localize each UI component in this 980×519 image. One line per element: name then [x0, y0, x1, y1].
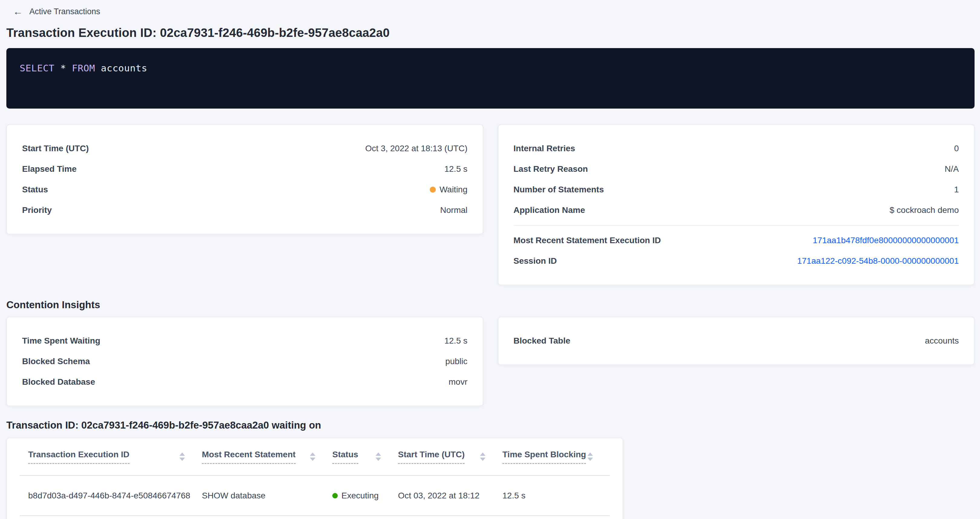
- column-header-start-time[interactable]: Start Time (UTC): [398, 450, 503, 464]
- table-header-row: Transaction Execution ID Most Recent Sta…: [20, 438, 610, 476]
- application-name-row: Application Name $ cockroach demo: [514, 200, 959, 221]
- elapsed-time-row: Elapsed Time 12.5 s: [22, 159, 468, 179]
- last-retry-reason-value: N/A: [945, 164, 959, 174]
- column-label: Transaction Execution ID: [28, 450, 129, 464]
- statement-execution-id-label: Most Recent Statement Execution ID: [514, 236, 661, 245]
- status-executing-dot-icon: [332, 493, 338, 498]
- waiting-on-heading: Transaction ID: 02ca7931-f246-469b-b2fe-…: [6, 419, 975, 431]
- session-id-row: Session ID 171aa122-c092-54b8-0000-00000…: [514, 251, 959, 271]
- contention-right-card: Blocked Table accounts: [498, 317, 975, 365]
- column-label: Most Recent Statement: [202, 450, 296, 464]
- time-spent-waiting-label: Time Spent Waiting: [22, 336, 100, 346]
- internal-retries-row: Internal Retries 0: [514, 138, 959, 159]
- start-time-row: Start Time (UTC) Oct 3, 2022 at 18:13 (U…: [22, 138, 468, 159]
- blocked-table-value: accounts: [925, 336, 959, 346]
- blocked-schema-label: Blocked Schema: [22, 357, 90, 366]
- last-retry-reason-row: Last Retry Reason N/A: [514, 159, 959, 179]
- status-waiting-dot-icon: [430, 187, 436, 193]
- priority-label: Priority: [22, 205, 52, 215]
- application-name-label: Application Name: [514, 205, 585, 215]
- cell-status: Executing: [332, 491, 398, 500]
- number-of-statements-row: Number of Statements 1: [514, 179, 959, 200]
- internal-retries-label: Internal Retries: [514, 144, 575, 153]
- table-row: b8d7d03a-d497-446b-8474-e50846674768 SHO…: [20, 476, 610, 516]
- internal-retries-value: 0: [954, 144, 959, 153]
- sql-keyword-select: SELECT: [20, 63, 54, 73]
- time-spent-waiting-value: 12.5 s: [444, 336, 467, 346]
- start-time-value: Oct 3, 2022 at 18:13 (UTC): [365, 144, 468, 153]
- cell-most-recent-statement: SHOW database: [202, 491, 332, 500]
- cell-transaction-execution-id: b8d7d03a-d497-446b-8474-e50846674768: [20, 491, 202, 500]
- sql-keyword-from: FROM: [72, 63, 95, 73]
- execution-summary-card: Start Time (UTC) Oct 3, 2022 at 18:13 (U…: [6, 124, 483, 234]
- statement-execution-id-row: Most Recent Statement Execution ID 171aa…: [514, 230, 959, 251]
- session-id-label: Session ID: [514, 256, 557, 266]
- elapsed-time-label: Elapsed Time: [22, 164, 76, 174]
- sort-icon[interactable]: [587, 452, 593, 461]
- sql-identifier: accounts: [101, 63, 147, 73]
- sql-statement: SELECT * FROM accounts: [20, 63, 961, 73]
- blocked-table-label: Blocked Table: [514, 336, 571, 346]
- elapsed-time-value: 12.5 s: [444, 164, 467, 174]
- status-row: Status Waiting: [22, 179, 468, 200]
- number-of-statements-label: Number of Statements: [514, 185, 604, 194]
- column-header-transaction-execution-id[interactable]: Transaction Execution ID: [20, 450, 202, 464]
- sql-statement-box: SELECT * FROM accounts: [6, 48, 975, 109]
- transaction-details-page: ← Active Transactions Transaction Execut…: [0, 0, 980, 519]
- application-name-value: $ cockroach demo: [889, 205, 959, 215]
- back-link[interactable]: ← Active Transactions: [6, 5, 100, 18]
- table-inner: Transaction Execution ID Most Recent Sta…: [7, 438, 622, 516]
- sort-icon[interactable]: [180, 452, 185, 461]
- sql-star: *: [60, 63, 66, 73]
- column-label: Time Spent Blocking: [503, 450, 586, 464]
- page-title: Transaction Execution ID: 02ca7931-f246-…: [6, 26, 975, 40]
- cell-start-time: Oct 03, 2022 at 18:12: [398, 491, 503, 500]
- statement-execution-id-link[interactable]: 171aa1b478fdf0e80000000000000001: [813, 236, 959, 245]
- status-value: Waiting: [430, 185, 467, 194]
- contention-left-card: Time Spent Waiting 12.5 s Blocked Schema…: [6, 317, 483, 406]
- blocked-database-label: Blocked Database: [22, 377, 95, 387]
- contention-cards-row: Time Spent Waiting 12.5 s Blocked Schema…: [6, 317, 975, 406]
- column-label: Status: [332, 450, 358, 464]
- sort-icon[interactable]: [480, 452, 485, 461]
- last-retry-reason-label: Last Retry Reason: [514, 164, 588, 174]
- sort-icon[interactable]: [375, 452, 381, 461]
- blocked-schema-value: public: [445, 357, 467, 366]
- back-link-label: Active Transactions: [29, 7, 100, 16]
- waiting-transactions-table: Transaction Execution ID Most Recent Sta…: [6, 438, 623, 519]
- time-spent-waiting-row: Time Spent Waiting 12.5 s: [22, 330, 468, 351]
- status-executing-text: Executing: [341, 491, 379, 500]
- cell-time-spent-blocking: 12.5 s: [503, 491, 610, 500]
- column-header-most-recent-statement[interactable]: Most Recent Statement: [202, 450, 332, 464]
- summary-cards-row: Start Time (UTC) Oct 3, 2022 at 18:13 (U…: [6, 124, 975, 285]
- contention-insights-heading: Contention Insights: [6, 299, 975, 311]
- transaction-details-card: Internal Retries 0 Last Retry Reason N/A…: [498, 124, 975, 285]
- status-label: Status: [22, 185, 48, 194]
- blocked-database-value: movr: [449, 377, 467, 387]
- card-divider: [514, 225, 959, 225]
- start-time-label: Start Time (UTC): [22, 144, 89, 153]
- blocked-schema-row: Blocked Schema public: [22, 351, 468, 372]
- back-arrow-icon: ←: [13, 7, 23, 16]
- sort-icon[interactable]: [310, 452, 315, 461]
- session-id-link[interactable]: 171aa122-c092-54b8-0000-000000000001: [797, 256, 959, 266]
- priority-value: Normal: [440, 205, 467, 215]
- column-label: Start Time (UTC): [398, 450, 465, 464]
- column-header-status[interactable]: Status: [332, 450, 398, 464]
- column-header-time-spent-blocking[interactable]: Time Spent Blocking: [503, 450, 610, 464]
- number-of-statements-value: 1: [954, 185, 959, 194]
- blocked-table-row: Blocked Table accounts: [514, 330, 959, 351]
- status-waiting-text: Waiting: [439, 185, 467, 194]
- blocked-database-row: Blocked Database movr: [22, 372, 468, 392]
- priority-row: Priority Normal: [22, 200, 468, 221]
